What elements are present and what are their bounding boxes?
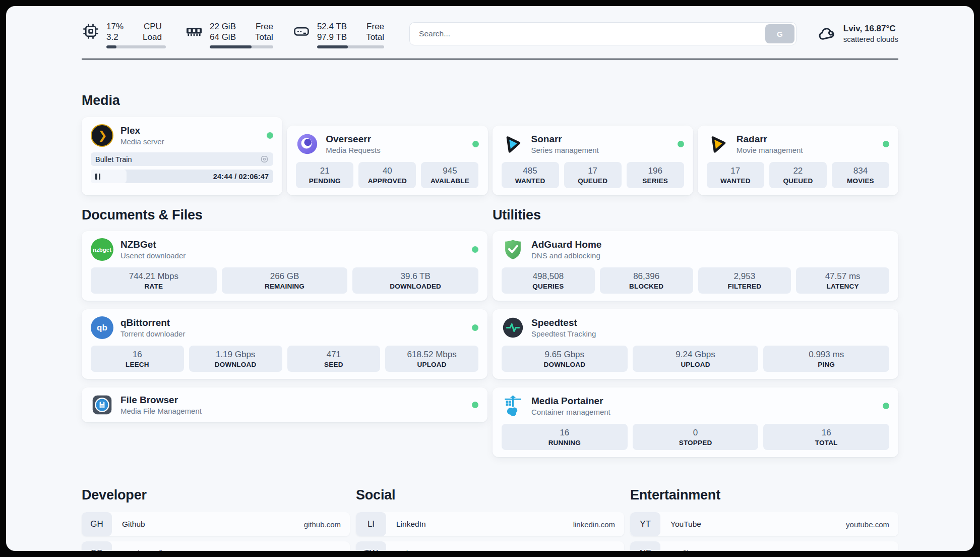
app-card-sonarr[interactable]: Sonarr Series management 485WANTED 17QUE… bbox=[493, 126, 693, 195]
app-description: Media server bbox=[120, 137, 164, 146]
weather-widget: Lviv, 16.87°C scattered clouds bbox=[818, 23, 898, 44]
disk-icon bbox=[292, 22, 311, 40]
stat-series: 196SERIES bbox=[627, 162, 684, 188]
stat-queued: 17QUEUED bbox=[564, 162, 622, 188]
search-engine-button[interactable]: G bbox=[765, 24, 794, 43]
session-settings-icon[interactable] bbox=[260, 155, 269, 163]
bookmark-linkedin[interactable]: LI LinkedIn linkedin.com bbox=[356, 512, 624, 536]
bookmark-netflix[interactable]: NF Netflix netflix.com bbox=[630, 541, 898, 551]
app-name: File Browser bbox=[120, 394, 202, 406]
app-name: qBittorrent bbox=[120, 317, 185, 328]
bookmark-name: Github bbox=[122, 520, 145, 529]
cpu-load-label: Load bbox=[143, 32, 162, 42]
app-name: Plex bbox=[120, 125, 164, 136]
qbittorrent-icon: qb bbox=[91, 316, 113, 339]
ram-total-label: Total bbox=[255, 32, 273, 42]
bookmark-group-social: Social LI LinkedIn linkedin.com TW Twitt… bbox=[356, 487, 624, 551]
utilities-heading: Utilities bbox=[493, 207, 898, 223]
pause-icon[interactable] bbox=[95, 174, 100, 180]
status-indicator bbox=[883, 403, 889, 409]
top-bar: 17% 3.2 CPU Load bbox=[82, 6, 898, 48]
bookmark-abbr: SO bbox=[82, 541, 112, 551]
radarr-icon bbox=[707, 133, 729, 155]
app-description: Speedtest Tracking bbox=[531, 329, 596, 339]
app-card-nzbget[interactable]: nzbget NZBGet Usenet downloader 744.21 M… bbox=[82, 231, 487, 301]
disk-total-value: 97.9 TB bbox=[317, 32, 347, 42]
stat-upload: 9.24 GbpsUPLOAD bbox=[633, 346, 759, 372]
app-card-overseerr[interactable]: Overseerr Media Requests 21PENDING 40APP… bbox=[287, 126, 487, 195]
bookmark-name: LinkedIn bbox=[396, 520, 426, 529]
app-card-speedtest[interactable]: Speedtest Speedtest Tracking 9.65 GbpsDO… bbox=[493, 309, 898, 379]
stat-running: 16RUNNING bbox=[502, 424, 628, 450]
app-card-radarr[interactable]: Radarr Movie management 17WANTED 22QUEUE… bbox=[698, 126, 898, 195]
bookmark-twitter[interactable]: TW Twitter twitter.com bbox=[356, 541, 624, 551]
adguard-icon bbox=[502, 238, 524, 261]
playback-time: 24:44 / 02:06:47 bbox=[213, 173, 269, 181]
stat-total: 16TOTAL bbox=[763, 424, 889, 450]
bookmark-name: Twitter bbox=[396, 549, 419, 551]
stat-movies: 834MOVIES bbox=[832, 162, 889, 188]
media-heading: Media bbox=[82, 93, 898, 108]
stat-queued: 22QUEUED bbox=[769, 162, 827, 188]
app-card-plex[interactable]: ❯ Plex Media server Bullet Train bbox=[82, 117, 282, 195]
bookmark-abbr: TW bbox=[356, 541, 386, 551]
disk-free-label: Free bbox=[366, 21, 384, 32]
social-heading: Social bbox=[356, 487, 624, 503]
memory-widget: 22 GiB 64 GiB Free Total bbox=[185, 21, 273, 48]
cpu-percent: 17% bbox=[106, 21, 124, 32]
bookmark-stackoverflow[interactable]: SO StackOverflow stackoverflow.com bbox=[82, 541, 350, 551]
status-indicator bbox=[883, 141, 889, 147]
bookmark-name: Netflix bbox=[670, 549, 692, 551]
section-documents: Documents & Files nzbget NZBGet Usenet d… bbox=[82, 207, 487, 457]
bookmark-abbr: GH bbox=[82, 512, 112, 536]
stat-pending: 21PENDING bbox=[296, 162, 353, 188]
app-card-filebrowser[interactable]: File Browser Media File Management bbox=[82, 387, 487, 422]
app-name: Speedtest bbox=[531, 317, 596, 328]
status-indicator bbox=[678, 141, 684, 147]
app-description: Container management bbox=[531, 407, 610, 417]
stat-blocked: 86,396BLOCKED bbox=[600, 267, 693, 294]
bookmark-url: stackoverflow.com bbox=[279, 549, 341, 551]
bookmark-abbr: YT bbox=[630, 512, 660, 536]
status-indicator bbox=[472, 141, 479, 147]
ram-free-label: Free bbox=[255, 21, 273, 32]
bookmark-youtube[interactable]: YT YouTube youtube.com bbox=[630, 512, 898, 536]
disk-free-value: 52.4 TB bbox=[317, 21, 347, 32]
bookmark-github[interactable]: GH Github github.com bbox=[82, 512, 350, 536]
nzbget-icon: nzbget bbox=[91, 238, 113, 261]
stat-downloaded: 39.6 TBDOWNLOADED bbox=[352, 267, 478, 294]
app-description: Movie management bbox=[737, 145, 803, 155]
stat-latency: 47.57 msLATENCY bbox=[796, 267, 889, 294]
app-card-qbittorrent[interactable]: qb qBittorrent Torrent downloader 16LEEC… bbox=[82, 309, 487, 379]
stat-rate: 744.21 MbpsRATE bbox=[91, 267, 217, 294]
bookmark-group-developer: Developer GH Github github.com SO StackO… bbox=[82, 487, 350, 551]
dashboard-page: 17% 3.2 CPU Load bbox=[6, 6, 974, 551]
app-description: Usenet downloader bbox=[120, 251, 186, 260]
search-input[interactable] bbox=[409, 22, 797, 45]
bookmark-abbr: LI bbox=[356, 512, 386, 536]
cpu-usage-bar bbox=[106, 45, 166, 48]
stat-wanted: 485WANTED bbox=[502, 162, 559, 188]
cpu-icon bbox=[82, 22, 100, 40]
ram-total-value: 64 GiB bbox=[210, 32, 236, 42]
app-card-portainer[interactable]: Media Portainer Container management 16R… bbox=[493, 387, 898, 457]
disk-widget: 52.4 TB 97.9 TB Free Total bbox=[292, 21, 384, 48]
bookmark-url: youtube.com bbox=[846, 520, 889, 529]
bookmark-url: netflix.com bbox=[853, 549, 889, 551]
sonarr-icon bbox=[502, 133, 524, 155]
entertainment-heading: Entertainment bbox=[630, 487, 898, 503]
overseerr-icon bbox=[296, 133, 319, 155]
app-card-adguard[interactable]: AdGuard Home DNS and adblocking 498,508Q… bbox=[493, 231, 898, 301]
section-media: Media ❯ Plex Media server Bullet Train bbox=[82, 93, 898, 195]
app-name: NZBGet bbox=[120, 239, 186, 250]
portainer-icon bbox=[502, 395, 524, 417]
status-indicator bbox=[472, 324, 478, 331]
documents-heading: Documents & Files bbox=[82, 207, 487, 223]
now-playing-row: Bullet Train bbox=[91, 152, 273, 166]
stat-download: 9.65 GbpsDOWNLOAD bbox=[502, 346, 628, 372]
speedtest-icon bbox=[502, 316, 524, 339]
filebrowser-icon bbox=[91, 394, 113, 416]
app-name: Radarr bbox=[737, 133, 803, 145]
app-name: Sonarr bbox=[531, 133, 599, 145]
stat-available: 945AVAILABLE bbox=[421, 162, 478, 188]
